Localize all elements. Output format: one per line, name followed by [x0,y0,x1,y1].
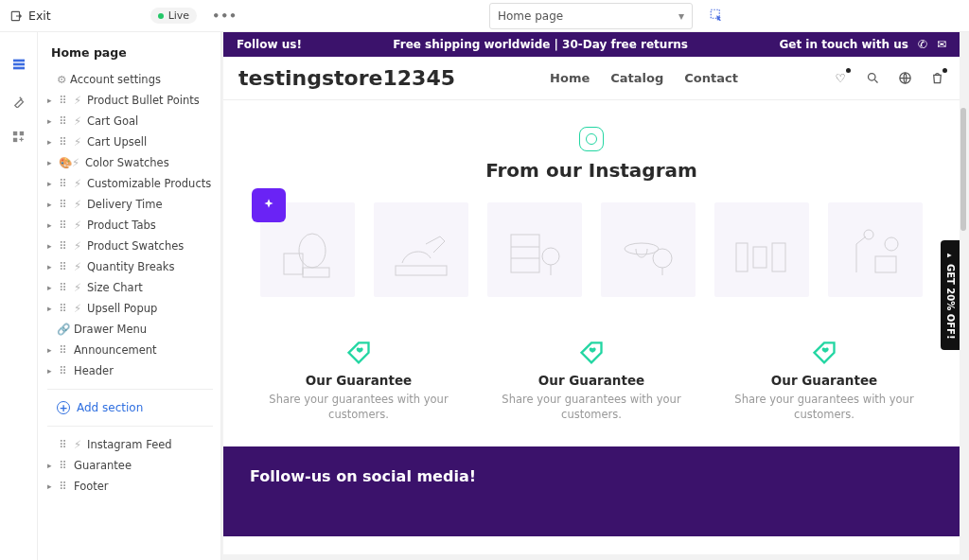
sidebar-item-color-swatches[interactable]: ▸🎨⚡Color Swatches [47,152,213,173]
scrollbar-thumb[interactable] [960,108,966,231]
inspector-toggle-button[interactable] [706,5,729,27]
sidebar-item-customizable-products[interactable]: ▸⠿⚡Customizable Products [47,173,213,194]
sidebar-item-product-bullet-points[interactable]: ▸⠿⚡Product Bullet Points [47,90,213,111]
svg-rect-13 [396,266,447,275]
link-icon: 🔗 [57,323,70,336]
page-selector-dropdown[interactable]: Home page ▾ [489,3,693,29]
svg-rect-12 [303,268,329,277]
palette-icon: 🎨 [59,156,68,169]
instagram-icon [579,127,604,151]
svg-rect-6 [20,131,24,134]
sidebar-item-footer[interactable]: ▸⠿Footer [47,476,213,497]
svg-point-17 [542,248,559,265]
instagram-tile[interactable] [374,202,468,297]
wishlist-icon[interactable]: ♡ [833,71,848,86]
svg-rect-4 [13,67,25,70]
instagram-tile[interactable] [601,202,696,297]
more-actions-menu[interactable]: ••• [212,9,238,23]
nav-contact[interactable]: Contact [684,71,738,85]
svg-rect-7 [13,137,17,141]
sidebar-item-delivery-time[interactable]: ▸⠿⚡Delivery Time [47,194,213,215]
left-icon-rail [0,32,38,560]
main-nav: Home Catalog Contact [550,71,738,85]
sidebar-item-announcement[interactable]: ▸⠿Announcement [47,340,213,360]
guarantee-section: Our Guarantee Share your guarantees with… [223,314,960,446]
svg-point-27 [885,237,898,251]
svg-point-25 [864,230,873,239]
gear-icon: ⚙ [57,73,66,86]
chevron-up-icon: ▴ [945,251,955,260]
sidebar-panel: Home page ⚙ Account settings ▸⠿⚡Product … [38,32,221,560]
sidebar-item-cart-goal[interactable]: ▸⠿⚡Cart Goal [47,111,213,131]
preview-page: Follow us! Free shipping worldwide | 30-… [223,32,960,554]
page-selector-value: Home page [498,9,563,23]
svg-rect-3 [13,63,25,66]
follow-banner: Follow-us on social media! [223,446,960,536]
sidebar-item-cart-upsell[interactable]: ▸⠿⚡Cart Upsell [47,131,213,152]
guarantee-card: Our Guarantee Share your guarantees with… [483,341,700,422]
tag-heart-icon [578,341,605,367]
instagram-tile[interactable] [487,202,582,297]
svg-rect-2 [13,60,25,62]
instagram-tile[interactable] [828,202,923,297]
guarantee-card: Our Guarantee Share your guarantees with… [250,341,467,422]
tag-heart-icon [345,341,372,367]
globe-icon[interactable] [897,71,912,86]
live-dot-icon [158,13,164,19]
sidebar-title: Home page [47,45,213,60]
sidebar-item-product-swatches[interactable]: ▸⠿⚡Product Swatches [47,236,213,256]
tag-heart-icon [811,341,837,367]
sidebar-item-guarantee[interactable]: ▸⠿Guarantee [47,455,213,476]
store-header: testingstore12345 Home Catalog Contact ♡ [223,57,960,100]
announce-left: Follow us! [237,38,302,51]
search-icon[interactable] [865,71,880,86]
svg-point-8 [868,74,875,81]
svg-point-19 [625,243,659,254]
ai-assist-button[interactable] [252,188,286,222]
discount-side-tab[interactable]: ▴ GET 20% OFF! [941,240,960,350]
svg-rect-14 [511,235,539,272]
rail-sections-icon[interactable] [9,55,28,74]
sidebar-item-account-settings[interactable]: ⚙ Account settings [47,69,213,90]
rail-apps-icon[interactable] [9,127,28,146]
svg-point-11 [299,234,326,268]
sidebar-item-product-tabs[interactable]: ▸⠿⚡Product Tabs [47,215,213,236]
sidebar-item-drawer-menu[interactable]: 🔗Drawer Menu [47,319,213,340]
svg-point-20 [653,249,672,268]
instagram-title: From our Instagram [252,159,931,182]
sidebar-item-size-chart[interactable]: ▸⠿⚡Size Chart [47,277,213,298]
svg-rect-23 [753,247,766,268]
exit-button[interactable]: Exit [9,9,51,23]
sidebar-item-instagram-feed[interactable]: ▸⠿⚡Instagram Feed [47,434,213,455]
canvas-scrollbar[interactable] [960,72,966,560]
chevron-down-icon: ▾ [678,9,684,23]
svg-rect-5 [13,131,17,134]
sidebar-item-quantity-breaks[interactable]: ▸⠿⚡Quantity Breaks [47,256,213,277]
mail-icon[interactable]: ✉ [937,38,946,51]
instagram-section: From our Instagram [223,100,960,314]
live-status-pill: Live [150,8,197,24]
exit-icon [9,9,23,23]
add-section-button[interactable]: + Add section [47,397,213,418]
announce-center: Free shipping worldwide | 30-Day free re… [393,38,688,51]
sidebar-item-upsell-popup[interactable]: ▸⠿⚡Upsell Popup [47,298,213,319]
instagram-tile[interactable] [714,202,809,297]
nav-catalog[interactable]: Catalog [610,71,663,85]
rail-theme-icon[interactable] [9,91,28,110]
phone-icon[interactable]: ✆ [918,38,927,51]
guarantee-card: Our Guarantee Share your guarantees with… [715,341,933,422]
svg-rect-24 [772,243,785,271]
announcement-bar: Follow us! Free shipping worldwide | 30-… [223,32,960,57]
sidebar-item-header[interactable]: ▸⠿Header [47,360,213,381]
store-brand: testingstore12345 [238,66,455,90]
svg-rect-26 [875,256,896,272]
svg-rect-22 [736,243,748,271]
exit-label: Exit [28,9,51,23]
preview-canvas: Follow us! Free shipping worldwide | 30-… [221,32,969,560]
announce-right: Get in touch with us [779,38,907,51]
nav-home[interactable]: Home [550,71,590,85]
live-label: Live [168,9,189,22]
plus-icon: + [57,401,70,414]
cart-icon[interactable] [929,71,944,86]
